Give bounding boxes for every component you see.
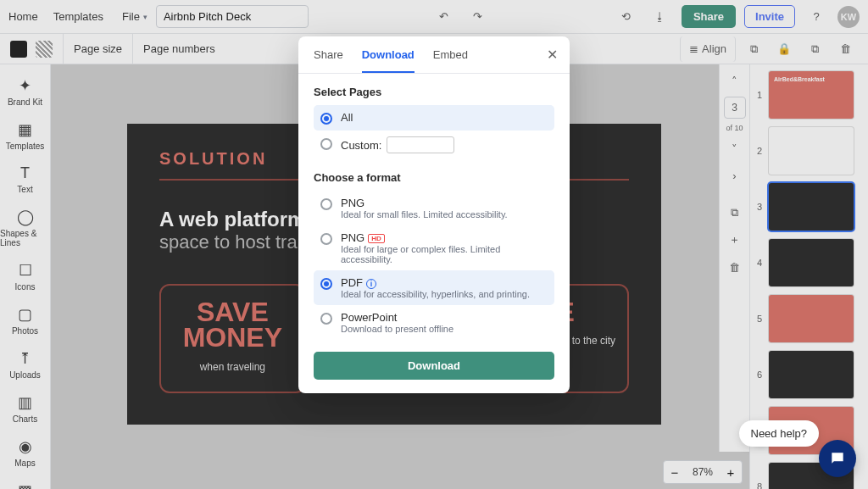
rail-icon: ▢ [18,305,32,324]
align-label: Align [702,42,726,55]
pattern-swatch[interactable] [36,41,53,58]
thumbnail[interactable]: AirBed&Breakfast [769,71,854,119]
rail-label: Photos [12,326,38,336]
rail-brand-kit[interactable]: ✦Brand Kit [0,69,50,114]
format-label: PNG [341,197,508,209]
help-icon[interactable]: ? [804,4,829,30]
thumbnail[interactable] [769,295,854,342]
rail-label: Templates [6,142,45,151]
rail-icons[interactable]: ☐Icons [0,254,50,298]
format-option-png[interactable]: PNGIdeal for small files. Limited access… [314,191,554,225]
format-label: PNGHD [341,231,548,244]
file-label: File [122,10,140,23]
page-add-icon[interactable]: ＋ [724,229,746,251]
format-option-png-hd[interactable]: PNGHDIdeal for large or complex files. L… [314,225,554,270]
help-bubble[interactable]: Need help? [739,420,820,447]
copy-icon[interactable]: ⧉ [802,36,827,62]
doc-title-input[interactable] [156,5,309,28]
radio-icon [320,313,332,325]
zoom-in-button[interactable]: + [720,461,742,483]
radio-icon [320,278,332,290]
trash-icon[interactable]: 🗑 [832,36,858,62]
top-bar: Home Templates File ▾ ↶ ↷ ⟲ ⭳ Share Invi… [0,0,868,34]
download-button[interactable]: Download [314,352,554,380]
lock-icon[interactable]: 🔒 [771,36,797,62]
rail-icon: T [20,164,30,182]
page-down-icon[interactable]: ˅ [724,137,746,159]
format-desc: Ideal for accessibility, hyperlinks, and… [341,289,530,299]
redo-icon[interactable]: ↷ [465,4,491,30]
align-button[interactable]: ≣Align [680,36,736,62]
invite-button[interactable]: Invite [744,5,795,28]
modal-tab-embed[interactable]: Embed [433,48,468,73]
rail-icon: ◯ [17,208,34,226]
rail-icon: ☐ [19,261,32,280]
rail-label: Icons [15,282,36,292]
undo-icon[interactable]: ↶ [431,4,457,30]
close-icon[interactable]: ✕ [547,47,558,63]
help-fab[interactable] [819,440,856,477]
rail-charts[interactable]: ▥Charts [0,386,50,431]
page-numbers-button[interactable]: Page numbers [133,34,225,64]
modal-tab-download[interactable]: Download [362,48,415,73]
rail-qr-code[interactable]: ▩QR Code [0,475,50,489]
nav-home[interactable]: Home [8,10,38,23]
page-size-button[interactable]: Page size [64,34,133,64]
avatar[interactable]: KW [837,6,860,28]
page-up-icon[interactable]: ˄ [724,69,746,92]
file-menu[interactable]: File ▾ [122,10,147,23]
left-rail: ✦Brand Kit▦TemplatesTText◯Shapes & Lines… [0,64,51,489]
format-option-powerpoint[interactable]: PowerPointDownload to present offline [314,305,554,340]
radio-icon [320,113,332,125]
sync-icon[interactable]: ⟲ [614,4,639,30]
thumb-number: 6 [755,370,764,380]
radio-icon [320,233,332,245]
pages-custom-label: Custom: [341,139,381,152]
rail-label: Shapes & Lines [0,229,50,247]
page-expand-icon[interactable]: › [724,164,746,186]
rail-text[interactable]: TText [0,158,50,201]
pages-custom-input[interactable] [387,136,454,153]
format-desc: Ideal for large or complex files. Limite… [341,244,548,264]
thumbnail[interactable] [769,239,854,286]
rail-maps[interactable]: ◉Maps [0,431,50,475]
rail-label: Brand Kit [8,97,42,107]
thumb-number: 4 [755,258,764,268]
radio-icon [320,198,332,210]
modal-tab-share[interactable]: Share [314,48,343,73]
hd-badge-icon: HD [368,234,385,243]
format-label: PowerPoint [341,311,453,324]
select-pages-heading: Select Pages [314,86,554,98]
zoom-out-button[interactable]: − [664,461,686,483]
share-button[interactable]: Share [682,5,736,28]
page-indicator[interactable]: 3 [724,97,746,119]
thumb-number: 5 [755,314,764,324]
page-delete-icon[interactable]: 🗑 [724,256,746,278]
rail-templates[interactable]: ▦Templates [0,114,50,158]
pages-custom-option[interactable]: Custom: [314,131,554,159]
info-icon: i [366,279,376,289]
pages-all-option[interactable]: All [314,105,554,131]
nav-templates[interactable]: Templates [53,10,103,23]
rail-icon: ▦ [18,120,32,139]
rail-shapes-lines[interactable]: ◯Shapes & Lines [0,201,50,254]
zoom-control: − 87% + [663,460,743,484]
download-icon[interactable]: ⭳ [648,4,673,30]
choose-format-heading: Choose a format [314,171,554,184]
canvas-side-rail: ˄ 3 of 10 ˅ › ⧉ ＋ 🗑 [719,64,749,452]
page-duplicate-icon[interactable]: ⧉ [724,202,746,224]
radio-icon [320,138,332,150]
thumb-row: 4 [755,239,863,286]
thumb-row: 6 [755,351,863,398]
fill-color-swatch[interactable] [10,41,27,58]
rail-uploads[interactable]: ⤒Uploads [0,342,50,386]
format-option-pdf[interactable]: PDFiIdeal for accessibility, hyperlinks,… [314,270,554,305]
thumb-number: 2 [755,146,764,156]
thumbnail[interactable] [769,183,854,231]
thumbnail[interactable] [769,127,854,175]
thumbnail[interactable] [769,351,854,398]
thumb-row: 2 [755,127,863,175]
rail-photos[interactable]: ▢Photos [0,298,50,342]
format-label: PDFi [341,276,530,289]
group-icon[interactable]: ⧉ [741,36,766,62]
